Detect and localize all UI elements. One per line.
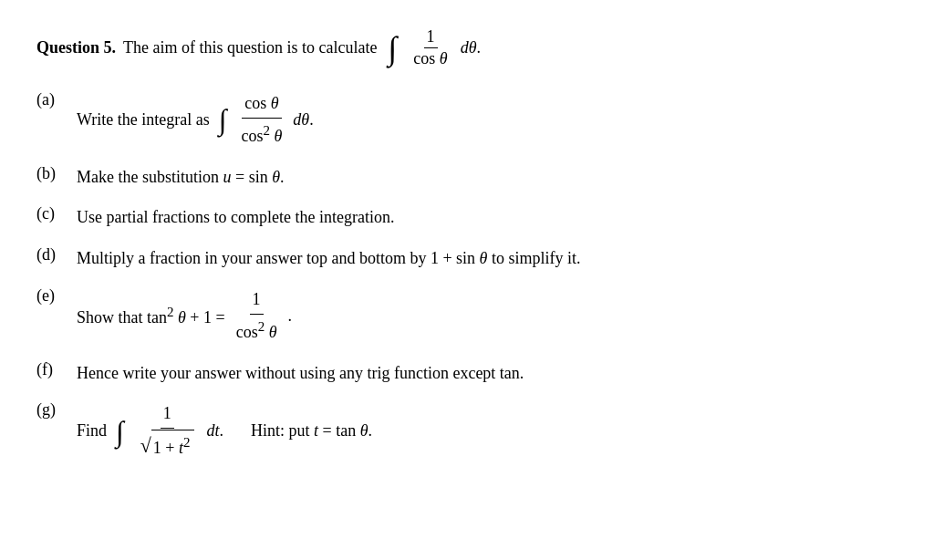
part-g-content: Find ∫ 1 √1 + t2 dt. Hint: put t = tan θ… xyxy=(77,400,372,461)
part-e: (e) Show that tan2 θ + 1 = 1 cos2 θ . xyxy=(36,286,898,346)
part-e-frac-den: cos2 θ xyxy=(234,315,280,346)
part-d: (d) Multiply a fraction in your answer t… xyxy=(36,245,898,272)
part-e-period: . xyxy=(288,303,293,329)
part-b-text: Make the substitution u = sin θ. xyxy=(77,164,285,191)
part-g-sqrt-symbol: √ xyxy=(140,436,151,456)
part-e-label: (e) xyxy=(36,286,69,306)
part-g-dt: dt. xyxy=(207,418,224,444)
part-g-integral-symbol: ∫ xyxy=(116,417,124,446)
main-integral-symbol: ∫ xyxy=(388,32,397,65)
part-a-frac: cos θ cos2 θ xyxy=(238,90,285,150)
part-e-frac: 1 cos2 θ xyxy=(234,286,280,346)
question-header: Question 5. The aim of this question is … xyxy=(36,27,898,68)
part-g-frac-num: 1 xyxy=(161,400,174,429)
part-b-content: Make the substitution u = sin θ. xyxy=(77,164,285,191)
part-f: (f) Hence write your answer without usin… xyxy=(36,360,898,387)
part-a-content: Write the integral as ∫ cos θ cos2 θ dθ. xyxy=(77,90,314,150)
part-a-dtheta: dθ. xyxy=(293,107,313,133)
part-d-label: (d) xyxy=(36,245,69,264)
part-a-label: (a) xyxy=(36,90,69,109)
part-g-sqrt: √1 + t2 xyxy=(140,430,194,461)
part-g-frac: 1 √1 + t2 xyxy=(136,400,199,461)
part-a-frac-den: cos2 θ xyxy=(238,119,285,150)
part-a-frac-num: cos θ xyxy=(242,90,281,119)
main-integral-frac: 1 cos θ xyxy=(410,27,450,68)
part-c-text: Use partial fractions to complete the in… xyxy=(77,204,394,231)
part-c: (c) Use partial fractions to complete th… xyxy=(36,204,898,231)
part-f-text: Hence write your answer without using an… xyxy=(77,360,524,387)
main-content: Question 5. The aim of this question is … xyxy=(36,27,898,476)
part-g-sqrt-content: 1 + t2 xyxy=(151,430,194,461)
part-a-text: Write the integral as xyxy=(77,107,210,133)
question-number: Question 5. xyxy=(36,38,116,57)
part-c-label: (c) xyxy=(36,204,69,223)
part-g-find: Find xyxy=(77,418,107,444)
main-integral-dtheta: dθ. xyxy=(461,38,481,57)
part-a: (a) Write the integral as ∫ cos θ cos2 θ… xyxy=(36,90,898,150)
part-g: (g) Find ∫ 1 √1 + t2 dt. Hint: put t = t… xyxy=(36,400,898,461)
part-b: (b) Make the substitution u = sin θ. xyxy=(36,164,898,191)
part-f-content: Hence write your answer without using an… xyxy=(77,360,524,387)
part-f-label: (f) xyxy=(36,360,69,379)
part-g-frac-den: √1 + t2 xyxy=(136,429,199,461)
part-c-content: Use partial fractions to complete the in… xyxy=(77,204,394,231)
part-d-content: Multiply a fraction in your answer top a… xyxy=(77,245,580,272)
part-e-text-before: Show that tan2 θ + 1 = xyxy=(77,301,225,331)
main-frac-numerator: 1 xyxy=(424,27,438,48)
part-d-text: Multiply a fraction in your answer top a… xyxy=(77,245,580,272)
question-intro: The aim of this question is to calculate xyxy=(123,38,377,57)
part-e-content: Show that tan2 θ + 1 = 1 cos2 θ . xyxy=(77,286,292,346)
main-frac-denominator: cos θ xyxy=(410,48,450,68)
part-a-integral-symbol: ∫ xyxy=(219,105,227,134)
part-g-hint: Hint: put t = tan θ. xyxy=(251,418,372,444)
part-e-frac-num: 1 xyxy=(250,286,264,315)
part-b-label: (b) xyxy=(36,164,69,183)
part-g-label: (g) xyxy=(36,400,69,420)
